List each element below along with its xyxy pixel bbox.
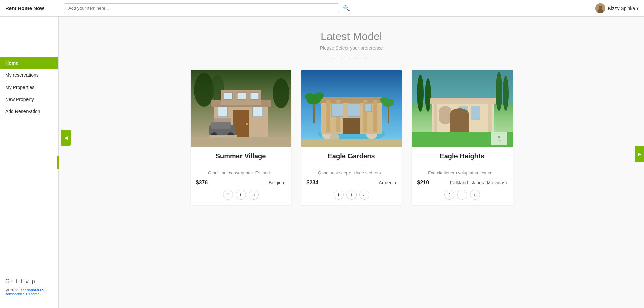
card-title-summer-village: Summer Village	[196, 152, 286, 160]
card-dots-3: ............................	[417, 163, 507, 167]
footer-links-row: sambeck87 GutemaG	[5, 292, 53, 296]
sidebar-item-new-property[interactable]: New Property	[0, 93, 58, 105]
svg-rect-38	[343, 118, 360, 134]
card-image-eagle-heights: α arèa	[412, 70, 513, 147]
svg-rect-46	[301, 139, 402, 147]
sidebar-item-add-reservation[interactable]: Add Reservation	[0, 105, 58, 117]
layout: Home My reservations My Properties New P…	[0, 17, 644, 308]
tiktok-btn-2[interactable]: ♫	[359, 190, 369, 200]
card-price-eagle-gardens: $234	[307, 179, 319, 186]
twitter-footer-icon[interactable]: t	[21, 278, 22, 285]
google-plus-icon[interactable]: G+	[5, 278, 13, 285]
card-footer-summer-village: $376 Belgium	[196, 179, 286, 186]
section-title: Latest Model	[65, 30, 637, 43]
sidebar-item-home[interactable]: Home	[0, 57, 58, 69]
twitter-btn-1[interactable]: t	[236, 190, 246, 200]
svg-rect-13	[217, 107, 227, 117]
search-bar: 🔍	[64, 3, 595, 13]
svg-rect-63	[491, 132, 507, 145]
footer-link-sambeck[interactable]: sambeck87	[5, 292, 24, 296]
section-divider: ..................	[65, 56, 637, 60]
card-image-eagle-gardens	[301, 70, 402, 147]
footer-link-gutema[interactable]: GutemaG	[26, 292, 42, 296]
svg-point-5	[273, 78, 289, 108]
tiktok-btn-1[interactable]: ♫	[249, 190, 259, 200]
card-location-summer-village: Belgium	[269, 180, 286, 185]
svg-point-52	[503, 76, 509, 111]
svg-rect-23	[209, 135, 237, 138]
svg-rect-11	[237, 93, 246, 99]
sidebar-item-my-reservations[interactable]: My reservations	[0, 69, 58, 81]
twitter-btn-2[interactable]: t	[346, 190, 357, 200]
card-body-eagle-heights: Eagle Heights ..........................…	[412, 147, 513, 205]
svg-text:arèa: arèa	[496, 140, 501, 142]
svg-rect-35	[331, 103, 343, 117]
card-description-eagle-gardens: Quae sunt saepe. Unde sed reru...	[307, 170, 396, 175]
card-price-eagle-heights: $210	[417, 179, 429, 186]
username-label: Kizzy Spinka ▾	[608, 6, 639, 11]
svg-point-1	[599, 6, 602, 9]
navbar: Rent Home Now 🔍 Kizzy Spinka ▾	[0, 0, 644, 17]
search-input[interactable]	[64, 3, 339, 13]
svg-rect-14	[253, 107, 263, 117]
svg-point-59	[450, 108, 469, 118]
social-icons-row: G+ f t v p	[5, 278, 53, 285]
user-menu[interactable]: Kizzy Spinka ▾	[595, 3, 639, 13]
sidebar-item-my-properties[interactable]: My Properties	[0, 81, 58, 93]
card-eagle-gardens: Eagle Gardens ..........................…	[301, 70, 402, 205]
scroll-right-button[interactable]: ▶	[635, 146, 644, 162]
svg-rect-36	[348, 103, 360, 117]
facebook-btn-3[interactable]: f	[444, 190, 454, 200]
section-subtitle: Please Select your preference	[65, 45, 637, 51]
pinterest-footer-icon[interactable]: p	[32, 278, 35, 285]
card-price-summer-village: $376	[196, 179, 208, 186]
card-body-eagle-gardens: Eagle Gardens ..........................…	[301, 147, 402, 205]
footer-link-shahadat[interactable]: shahadat3669	[21, 288, 44, 292]
cards-row: ◀	[65, 70, 637, 205]
card-social-eagle-gardens: f t ♫	[307, 190, 396, 200]
main-content: Latest Model Please Select your preferen…	[59, 17, 644, 308]
card-description-summer-village: Omnis aut consequatur. Est sed...	[196, 170, 286, 175]
card-social-summer-village: f t ♫	[196, 190, 286, 200]
card-eagle-heights: α arèa Eagle Heights ...................…	[412, 70, 513, 205]
svg-point-50	[425, 78, 431, 112]
card-dots-1: ............................	[196, 163, 286, 167]
copyright-text: @ 2023 shahadat3669	[5, 288, 53, 292]
search-icon[interactable]: 🔍	[343, 5, 350, 11]
card-location-eagle-gardens: Armenia	[379, 180, 396, 185]
svg-rect-10	[224, 93, 232, 99]
card-image-summer-village	[191, 70, 291, 147]
svg-rect-12	[250, 93, 259, 99]
svg-rect-21	[211, 122, 231, 129]
facebook-btn-1[interactable]: f	[223, 190, 233, 200]
card-summer-village: Summer Village .........................…	[191, 70, 291, 205]
facebook-footer-icon[interactable]: f	[16, 278, 17, 285]
card-location-eagle-heights: Falkland Islands (Malvinas)	[450, 180, 507, 185]
card-dots-2: ............................	[307, 163, 396, 167]
svg-point-51	[496, 72, 502, 111]
svg-rect-37	[365, 103, 372, 112]
twitter-btn-3[interactable]: t	[457, 190, 467, 200]
sidebar-footer: G+ f t v p @ 2023 shahadat3669 sambeck87…	[0, 273, 58, 301]
card-social-eagle-heights: f t ♫	[417, 190, 507, 200]
svg-rect-22	[191, 137, 291, 147]
tiktok-btn-3[interactable]: ♫	[470, 190, 480, 200]
card-title-eagle-gardens: Eagle Gardens	[307, 152, 396, 160]
card-title-eagle-heights: Eagle Heights	[417, 152, 507, 160]
scroll-left-button[interactable]: ◀	[61, 130, 71, 146]
card-description-eagle-heights: Exercitationem voluptatum comm...	[417, 170, 507, 175]
svg-point-16	[246, 123, 248, 125]
svg-rect-33	[373, 100, 377, 132]
card-footer-eagle-heights: $210 Falkland Islands (Malvinas)	[417, 179, 507, 186]
facebook-btn-2[interactable]: f	[334, 190, 344, 200]
svg-text:α: α	[498, 135, 500, 138]
sidebar-nav: Home My reservations My Properties New P…	[0, 57, 58, 117]
vimeo-footer-icon[interactable]: v	[26, 278, 29, 285]
svg-rect-31	[326, 100, 330, 132]
svg-rect-55	[439, 106, 452, 124]
brand-logo: Rent Home Now	[5, 5, 64, 11]
svg-rect-57	[472, 106, 480, 119]
avatar	[595, 3, 605, 13]
card-body-summer-village: Summer Village .........................…	[191, 147, 291, 205]
svg-rect-54	[430, 98, 496, 104]
